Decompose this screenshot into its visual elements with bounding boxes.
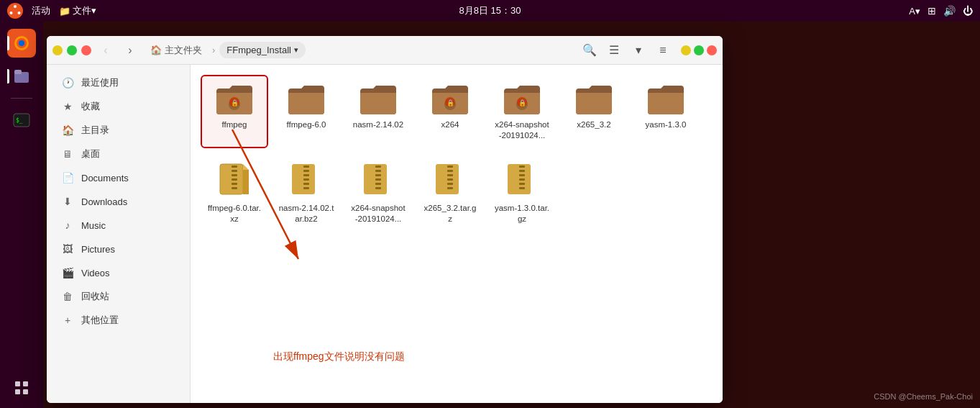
svg-rect-38 <box>303 178 309 181</box>
ubuntu-logo <box>7 3 23 19</box>
svg-rect-60 <box>519 183 525 185</box>
file-item-x264snap[interactable]: 🔒 x264-snapshot-20191024... <box>490 76 554 147</box>
sidebar-item-downloads[interactable]: ⬇ Downloads <box>50 190 187 213</box>
x265-label: x265_3.2 <box>577 119 610 130</box>
file-item-nasm[interactable]: nasm-2.14.02 <box>346 76 411 147</box>
svg-point-2 <box>18 12 21 14</box>
search-button[interactable]: 🔍 <box>579 40 600 61</box>
sidebar-item-trash[interactable]: 🗑 回收站 <box>50 285 187 308</box>
file-manager-window: – □ ✕ ‹ › 🏠 主文件夹 › FFmpeg_Install ▾ 🔍 ☰ … <box>47 36 723 403</box>
svg-rect-29 <box>232 170 237 172</box>
file-item-ffmpeg60[interactable]: ffmpeg-6.0 <box>274 76 339 147</box>
toolbar-right: 🔍 ☰ ▾ ≡ – □ ✕ <box>579 40 717 61</box>
svg-rect-56 <box>519 166 525 168</box>
sidebar-item-pictures[interactable]: 🖼 Pictures <box>50 237 187 260</box>
svg-rect-30 <box>232 174 237 176</box>
file-item-yasm-tar[interactable]: yasm-1.3.0.tar.gz <box>490 157 554 230</box>
svg-rect-52 <box>447 178 453 181</box>
x264snap-label: x264-snapshot-20191024... <box>494 119 550 141</box>
back-button[interactable]: ‹ <box>96 40 116 60</box>
file-item-x265[interactable]: x265_3.2 <box>562 76 626 147</box>
favorites-icon: ★ <box>61 100 74 113</box>
file-item-yasm[interactable]: yasm-1.3.0 <box>633 76 698 147</box>
sidebar-item-home[interactable]: 🏠 主目录 <box>50 119 187 142</box>
close-button[interactable]: ✕ <box>81 45 91 55</box>
x265-icon <box>574 82 614 117</box>
maximize-button[interactable]: □ <box>67 45 77 55</box>
file-item-x264[interactable]: 🔒 x264 <box>418 76 482 147</box>
sidebar-item-music[interactable]: ♪ Music <box>50 214 187 237</box>
sidebar-item-documents[interactable]: 📄 Documents <box>50 166 187 189</box>
recent-icon: 🕐 <box>61 76 74 89</box>
file-item-nasm-tar[interactable]: nasm-2.14.02.tar.bz2 <box>274 157 339 230</box>
files-wrapper <box>7 62 36 91</box>
trash-icon: 🗑 <box>61 290 74 303</box>
firefox-icon[interactable] <box>7 29 36 58</box>
videos-icon: 🎬 <box>61 266 74 279</box>
forward-button[interactable]: › <box>120 40 140 60</box>
keyboard-indicator[interactable]: A▾ <box>909 6 920 17</box>
svg-rect-43 <box>375 170 381 172</box>
x264snap-icon: 🔒 <box>502 82 542 117</box>
svg-rect-47 <box>375 187 381 189</box>
files-indicator <box>7 69 9 83</box>
home-sidebar-icon: 🏠 <box>61 124 74 137</box>
breadcrumb-home[interactable]: 🏠 主文件夹 <box>145 41 208 60</box>
power-icon[interactable]: ⏻ <box>963 5 973 17</box>
files-icon[interactable] <box>7 62 36 91</box>
file-item-ffmpeg60-tar[interactable]: ffmpeg-6.0.tar.xz <box>202 157 267 230</box>
svg-rect-28 <box>232 166 237 168</box>
yasm-label: yasm-1.3.0 <box>646 119 687 130</box>
archive-ffmpeg60-icon <box>217 163 252 200</box>
breadcrumb: 🏠 主文件夹 › FFmpeg_Install ▾ <box>145 41 574 60</box>
svg-rect-49 <box>447 166 453 168</box>
file-menu[interactable]: 📁 文件▾ <box>59 4 96 17</box>
svg-rect-46 <box>375 183 381 185</box>
other-icon: + <box>61 314 74 327</box>
view-list-button[interactable]: ☰ <box>603 40 625 61</box>
top-bar-right: A▾ ⊞ 🔊 ⏻ <box>909 5 973 17</box>
view-options-button[interactable]: ▾ <box>628 40 649 61</box>
breadcrumb-current-folder[interactable]: FFmpeg_Install ▾ <box>219 42 306 58</box>
svg-rect-11 <box>15 381 20 386</box>
svg-rect-61 <box>519 187 525 189</box>
x265-tar-label: x265_3.2.tar.gz <box>422 203 478 225</box>
annotation-text: 出现ffmpeg文件说明没有问题 <box>273 350 405 363</box>
datetime: 8月8日 15：30 <box>459 4 521 17</box>
apps-grid-icon[interactable] <box>7 373 36 402</box>
home-icon: 🏠 <box>150 45 162 55</box>
minimize-button[interactable]: – <box>52 45 63 55</box>
sidebar-item-other[interactable]: + 其他位置 <box>50 309 187 332</box>
svg-rect-31 <box>232 178 237 181</box>
volume-icon[interactable]: 🔊 <box>943 5 956 17</box>
sidebar-item-favorites[interactable]: ★ 收藏 <box>50 95 187 118</box>
svg-rect-44 <box>375 174 381 176</box>
svg-rect-12 <box>23 381 28 386</box>
menu-button[interactable]: ≡ <box>652 40 674 61</box>
svg-rect-42 <box>375 166 381 168</box>
sidebar: 🕐 最近使用 ★ 收藏 🏠 主目录 🖥 桌面 📄 Documents ⬇ D <box>47 65 191 403</box>
desktop-icon: 🖥 <box>61 148 74 160</box>
svg-rect-51 <box>447 174 453 176</box>
ffmpeg60-tar-label: ffmpeg-6.0.tar.xz <box>206 203 262 225</box>
ffmpeg-folder-icon: 🔒 <box>214 82 255 117</box>
svg-point-3 <box>10 12 13 14</box>
nasm-icon <box>358 82 398 117</box>
sidebar-item-desktop[interactable]: 🖥 桌面 <box>50 142 187 166</box>
svg-rect-32 <box>232 183 237 185</box>
titlebar-min2[interactable]: – <box>681 45 691 55</box>
svg-rect-39 <box>303 183 309 185</box>
titlebar-max2[interactable]: □ <box>694 45 704 55</box>
sidebar-item-recent[interactable]: 🕐 最近使用 <box>50 71 187 94</box>
file-item-x265-tar[interactable]: x265_3.2.tar.gz <box>418 157 482 230</box>
main-content: 🔒 ffmpeg ffmpeg-6.0 <box>191 65 723 403</box>
file-item-ffmpeg[interactable]: 🔒 ffmpeg <box>202 76 267 147</box>
titlebar-close2[interactable]: ✕ <box>707 45 717 55</box>
sidebar-item-videos[interactable]: 🎬 Videos <box>50 261 187 284</box>
activities-menu[interactable]: 活动 <box>32 4 50 17</box>
file-item-x264snap-tar[interactable]: x264-snapshot-20191024... <box>346 157 411 230</box>
svg-text:🔒: 🔒 <box>518 99 527 107</box>
terminal-icon[interactable]: $_ <box>7 106 36 135</box>
svg-rect-36 <box>303 170 309 172</box>
dropdown-icon: ▾ <box>294 45 298 55</box>
